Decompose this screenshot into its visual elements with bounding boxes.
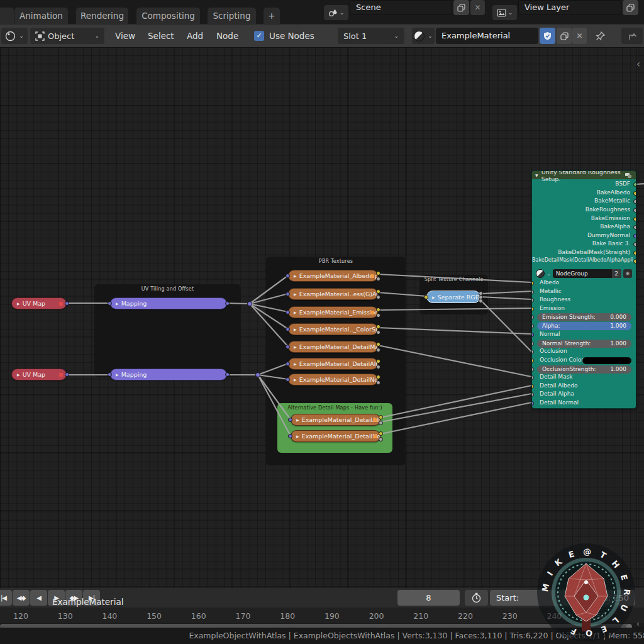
slot-dropdown[interactable]: Slot 1 ⌄ <box>338 28 404 44</box>
frame-start-field[interactable]: Start: 1 <box>490 590 584 606</box>
menu-add[interactable]: Add <box>187 25 203 48</box>
unity-output-socket[interactable] <box>633 208 636 213</box>
jump-to-start-button[interactable]: |◀ <box>0 590 12 606</box>
scene-unlink-button[interactable]: ✕ <box>470 0 485 15</box>
reroute-node-1[interactable] <box>247 301 252 306</box>
tex-node-emission-output-socket-1[interactable] <box>376 308 380 312</box>
tex-node-detail-normal-alt-output-socket-1[interactable] <box>379 431 383 436</box>
tab-compositing[interactable]: Compositing <box>136 8 200 24</box>
unity-input-albedo-socket[interactable] <box>531 281 534 286</box>
tex-node-albedo-input-socket[interactable] <box>286 274 290 278</box>
tab-animation[interactable]: Animation <box>14 8 68 24</box>
unity-input-occlusion-socket[interactable] <box>531 350 534 354</box>
node-group-selector[interactable]: ⌄ NodeGroup2 ◉ <box>536 269 632 279</box>
separate-rgb-node-input-socket[interactable] <box>424 295 428 299</box>
view-layer-copy-button[interactable] <box>623 0 638 15</box>
tex-node-metal-ao-output-socket-2[interactable] <box>376 295 380 299</box>
uv-map-node-2-output-socket-1[interactable] <box>65 372 69 377</box>
tex-node-detail-mask-output-socket-2[interactable] <box>376 348 380 352</box>
fake-user-shield-button[interactable] <box>540 28 555 44</box>
unity-input-normal-strength--slider[interactable]: Normal Strength:1.000 <box>537 340 631 348</box>
collapse-triangle-icon[interactable]: ▶ <box>294 345 297 349</box>
tex-node-normal-output-socket-1[interactable] <box>376 325 380 329</box>
collapse-triangle-icon[interactable]: ▶ <box>294 274 297 278</box>
tex-node-detail-albedo-alt-input-socket[interactable] <box>288 418 292 422</box>
sidebar-collapse-arrow[interactable]: ‹ <box>636 58 640 70</box>
tex-node-detail-albedo-output-socket-1[interactable] <box>376 359 380 364</box>
tex-node-detail-albedo-output-socket-2[interactable] <box>376 365 380 369</box>
tex-node-detail-albedo-input-socket[interactable] <box>286 362 290 366</box>
current-frame-field[interactable]: 8 <box>397 590 460 606</box>
unity-input-metallic-socket[interactable] <box>531 290 534 294</box>
tex-node-detail-normal[interactable]: ▶ExampleMaterial_DetailNormal.png <box>288 374 378 386</box>
tex-node-emission-input-socket[interactable] <box>286 310 290 314</box>
node-group-name-field[interactable]: NodeGroup2 <box>553 269 621 278</box>
unity-output-socket[interactable] <box>633 234 636 238</box>
tex-node-detail-albedo-alt[interactable]: ▶ExampleMaterial_DetailAlbedoAlt.. <box>291 414 380 426</box>
menu-select[interactable]: Select <box>148 25 174 48</box>
collapse-triangle-icon[interactable]: ▶ <box>296 418 299 422</box>
tex-node-detail-normal-output-socket-1[interactable] <box>376 375 380 379</box>
node-editor-canvas[interactable]: UV Tiling and OffsetPBR TexturesSplit Te… <box>0 47 644 588</box>
collapse-triangle-icon[interactable]: ▶ <box>296 434 299 438</box>
tex-node-metal-ao-input-socket[interactable] <box>286 292 290 296</box>
material-unlink-button[interactable]: ✕ <box>572 28 587 44</box>
separate-rgb-node-output-socket-3[interactable] <box>479 299 483 303</box>
tex-node-emission[interactable]: ▶ExampleMaterial_Emission.jpg <box>288 306 378 318</box>
tex-node-detail-normal-alt-input-socket[interactable] <box>288 434 292 438</box>
play-reverse-button[interactable]: ◀ <box>30 590 47 606</box>
collapse-triangle-icon[interactable]: ▶ <box>294 292 297 296</box>
tab-+[interactable]: + <box>264 8 280 24</box>
tex-node-normal-input-socket[interactable] <box>286 327 290 331</box>
separate-rgb-node[interactable]: ▶Separate RGB <box>426 291 480 303</box>
tex-node-detail-mask[interactable]: ▶ExampleMaterial_DetailMask.jpg <box>288 341 378 353</box>
collapse-triangle-icon[interactable]: ▶ <box>17 372 20 377</box>
unity-input-detail-normal-socket[interactable] <box>531 401 534 406</box>
mode-dropdown[interactable]: Object ⌄ <box>30 28 104 44</box>
tab-scripting[interactable]: Scripting <box>208 8 256 24</box>
tex-node-emission-output-socket-2[interactable] <box>376 313 380 318</box>
tex-node-albedo-output-socket-1[interactable] <box>376 271 380 275</box>
mapping-node-1-output-socket-1[interactable] <box>225 301 230 306</box>
unity-input-detail-albedo-socket[interactable] <box>531 384 534 389</box>
menu-node[interactable]: Node <box>216 25 238 48</box>
collapse-triangle-icon[interactable]: ▶ <box>294 362 297 366</box>
tex-node-detail-albedo-alt-output-socket-2[interactable] <box>379 421 383 425</box>
timeline-collapse-arrow[interactable]: ‹ <box>636 619 640 628</box>
use-nodes-checkbox[interactable]: ✓ <box>254 31 264 41</box>
unity-input-occlusion-color-socket[interactable] <box>531 358 534 363</box>
unity-input-emission-socket[interactable] <box>531 307 534 311</box>
unity-output-socket[interactable] <box>633 182 636 187</box>
mapping-node-2-output-socket-1[interactable] <box>225 372 230 377</box>
scene-name-field[interactable]: Scene <box>350 0 452 15</box>
tex-node-metal-ao[interactable]: ▶ExampleMaterial..ess(G)AO(B).png <box>288 288 378 300</box>
uv-map-node-1-output-socket-1[interactable] <box>65 301 69 306</box>
mapping-node-1-input-socket[interactable] <box>108 301 112 306</box>
tex-node-detail-normal-alt[interactable]: ▶ExampleMaterial_DetailNormalAlt.. <box>291 430 380 442</box>
tex-node-metal-ao-output-socket-1[interactable] <box>376 289 380 294</box>
unity-input-normal-socket[interactable] <box>531 333 534 337</box>
collapse-triangle-icon[interactable]: ▶ <box>116 301 119 306</box>
tex-node-detail-albedo-alt-output-socket-1[interactable] <box>379 415 383 419</box>
mapping-node-2-input-socket[interactable] <box>108 372 112 377</box>
unity-node-group[interactable]: ▼ Unity Standard Roughness Setup. BSDFBa… <box>531 170 636 409</box>
collapse-triangle-icon[interactable]: ▶ <box>432 295 435 299</box>
uv-map-node-2[interactable]: ▶UV Map <box>11 369 67 380</box>
collapse-triangle-icon[interactable]: ▶ <box>17 301 20 306</box>
unity-output-socket[interactable] <box>633 217 636 221</box>
view-layer-field[interactable]: View Layer <box>518 0 621 15</box>
unity-input-roughness-socket[interactable] <box>531 298 534 303</box>
reroute-node-2[interactable] <box>255 372 260 377</box>
collapse-triangle-icon[interactable]: ▶ <box>116 372 119 377</box>
unity-input-occlusionstrength--slider[interactable]: OcclusionStrength:1.000 <box>537 365 631 374</box>
tex-node-detail-normal-output-socket-2[interactable] <box>376 380 380 385</box>
unity-input-detail-mask-socket[interactable] <box>531 375 534 380</box>
scene-browse-dropdown[interactable]: ⌄ <box>324 5 348 20</box>
prev-keyframe-button[interactable]: ◀◆ <box>13 590 30 606</box>
pin-icon[interactable] <box>595 30 606 42</box>
unity-output-socket[interactable] <box>633 259 636 264</box>
editor-type-dropdown[interactable]: ⌄ <box>1 28 28 44</box>
view-layer-dropdown[interactable]: ⌄ <box>492 5 517 20</box>
alt-detail-frame[interactable]: Alternative Detail Maps - Have fun:) <box>277 403 392 453</box>
material-new-copy-button[interactable] <box>557 28 572 44</box>
